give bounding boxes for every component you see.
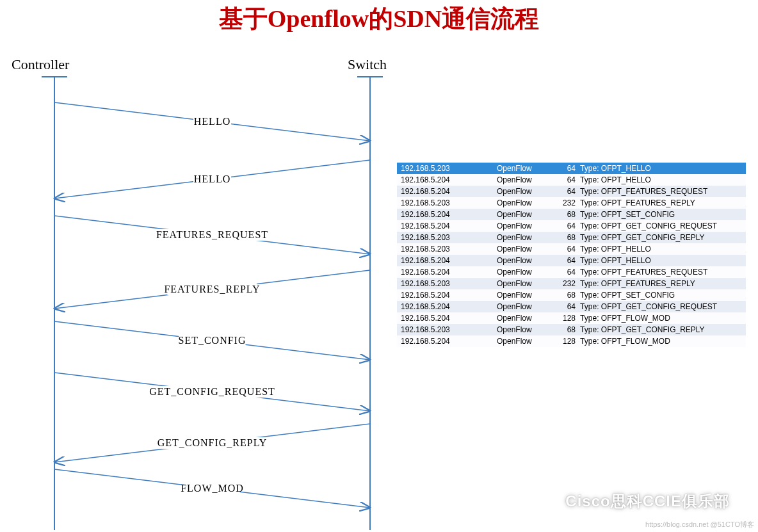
packet-len: 68: [551, 232, 576, 243]
message-label: HELLO: [194, 173, 230, 184]
packet-len: 64: [551, 255, 576, 266]
packet-info: Type: OFPT_GET_CONFIG_REPLY: [576, 232, 746, 243]
message-label: FEATURES_REQUEST: [156, 229, 268, 240]
wechat-icon: [549, 492, 566, 508]
packet-info: Type: OFPT_FEATURES_REPLY: [576, 197, 746, 209]
packet-ip: 192.168.5.203: [397, 324, 497, 335]
packet-info: Type: OFPT_GET_CONFIG_REQUEST: [576, 220, 746, 232]
packet-ip: 192.168.5.204: [397, 312, 497, 324]
packet-info: Type: OFPT_GET_CONFIG_REQUEST: [576, 301, 746, 312]
packet-len: 128: [551, 312, 576, 324]
packet-row[interactable]: 192.168.5.204OpenFlow128 Type: OFPT_FLOW…: [397, 335, 746, 347]
packet-proto: OpenFlow: [497, 301, 551, 312]
packet-len: 232: [551, 197, 576, 209]
packet-row[interactable]: 192.168.5.203OpenFlow68 Type: OFPT_GET_C…: [397, 232, 746, 243]
packet-len: 68: [551, 209, 576, 220]
packet-row[interactable]: 192.168.5.204OpenFlow68 Type: OFPT_SET_C…: [397, 289, 746, 301]
packet-info: Type: OFPT_FEATURES_REQUEST: [576, 266, 746, 278]
packet-row[interactable]: 192.168.5.204OpenFlow64 Type: OFPT_HELLO: [397, 255, 746, 266]
packet-ip: 192.168.5.204: [397, 174, 497, 186]
logo-text: Cisco思科CCIE俱乐部: [565, 491, 730, 512]
packet-row[interactable]: 192.168.5.204OpenFlow68 Type: OFPT_SET_C…: [397, 209, 746, 220]
packet-row[interactable]: 192.168.5.204OpenFlow64 Type: OFPT_HELLO: [397, 174, 746, 186]
packet-row[interactable]: 192.168.5.203OpenFlow64 Type: OFPT_HELLO: [397, 243, 746, 255]
packet-len: 64: [551, 301, 576, 312]
packet-info: Type: OFPT_HELLO: [576, 255, 746, 266]
packet-proto: OpenFlow: [497, 232, 551, 243]
packet-ip: 192.168.5.204: [397, 289, 497, 301]
packet-len: 64: [551, 243, 576, 255]
packet-proto: OpenFlow: [497, 266, 551, 278]
packet-info: Type: OFPT_SET_CONFIG: [576, 289, 746, 301]
packet-len: 68: [551, 289, 576, 301]
packet-row[interactable]: 192.168.5.204OpenFlow128 Type: OFPT_FLOW…: [397, 312, 746, 324]
packet-ip: 192.168.5.203: [397, 163, 497, 174]
packet-ip: 192.168.5.203: [397, 232, 497, 243]
packet-len: 64: [551, 266, 576, 278]
packet-len: 64: [551, 174, 576, 186]
packet-proto: OpenFlow: [497, 163, 551, 174]
packet-ip: 192.168.5.204: [397, 255, 497, 266]
packet-info: Type: OFPT_HELLO: [576, 174, 746, 186]
packet-proto: OpenFlow: [497, 174, 551, 186]
packet-proto: OpenFlow: [497, 324, 551, 335]
packet-proto: OpenFlow: [497, 209, 551, 220]
packet-ip: 192.168.5.204: [397, 266, 497, 278]
packet-ip: 192.168.5.203: [397, 278, 497, 289]
packet-ip: 192.168.5.203: [397, 197, 497, 209]
packet-info: Type: OFPT_FEATURES_REPLY: [576, 278, 746, 289]
packet-ip: 192.168.5.203: [397, 243, 497, 255]
packet-info: Type: OFPT_FLOW_MOD: [576, 335, 746, 347]
packet-proto: OpenFlow: [497, 255, 551, 266]
packet-row[interactable]: 192.168.5.204OpenFlow64 Type: OFPT_GET_C…: [397, 301, 746, 312]
packet-proto: OpenFlow: [497, 312, 551, 324]
packet-row[interactable]: 192.168.5.204OpenFlow64 Type: OFPT_FEATU…: [397, 186, 746, 197]
message-label: FEATURES_REPLY: [164, 284, 260, 294]
watermark-text: https://blog.csdn.net @51CTO博客: [645, 520, 754, 529]
packet-ip: 192.168.5.204: [397, 186, 497, 197]
packet-ip: 192.168.5.204: [397, 335, 497, 347]
packet-ip: 192.168.5.204: [397, 209, 497, 220]
packet-len: 68: [551, 324, 576, 335]
message-label: FLOW_MOD: [181, 483, 244, 494]
message-label: HELLO: [194, 116, 230, 127]
packet-row[interactable]: 192.168.5.204OpenFlow64 Type: OFPT_FEATU…: [397, 266, 746, 278]
packet-row[interactable]: 192.168.5.203OpenFlow68 Type: OFPT_GET_C…: [397, 324, 746, 335]
packet-len: 128: [551, 335, 576, 347]
packet-row[interactable]: 192.168.5.204OpenFlow64 Type: OFPT_GET_C…: [397, 220, 746, 232]
packet-info: Type: OFPT_HELLO: [576, 243, 746, 255]
packet-info: Type: OFPT_SET_CONFIG: [576, 209, 746, 220]
packet-proto: OpenFlow: [497, 197, 551, 209]
packet-row[interactable]: 192.168.5.203OpenFlow232 Type: OFPT_FEAT…: [397, 278, 746, 289]
packet-len: 64: [551, 163, 576, 174]
packet-row[interactable]: 192.168.5.203OpenFlow64 Type: OFPT_HELLO: [397, 163, 746, 174]
packet-proto: OpenFlow: [497, 243, 551, 255]
packet-len: 64: [551, 186, 576, 197]
packet-len: 232: [551, 278, 576, 289]
packet-info: Type: OFPT_GET_CONFIG_REPLY: [576, 324, 746, 335]
packet-info: Type: OFPT_HELLO: [576, 163, 746, 174]
packet-proto: OpenFlow: [497, 289, 551, 301]
packet-proto: OpenFlow: [497, 220, 551, 232]
packet-proto: OpenFlow: [497, 186, 551, 197]
packet-len: 64: [551, 220, 576, 232]
svg-point-13: [556, 499, 565, 506]
packet-ip: 192.168.5.204: [397, 220, 497, 232]
message-label: GET_CONFIG_REPLY: [157, 437, 268, 448]
message-label: SET_CONFIG: [178, 335, 246, 346]
packet-table: 192.168.5.203OpenFlow64 Type: OFPT_HELLO…: [397, 163, 746, 347]
packet-proto: OpenFlow: [497, 335, 551, 347]
packet-proto: OpenFlow: [497, 278, 551, 289]
message-label: GET_CONFIG_REQUEST: [149, 386, 275, 397]
packet-info: Type: OFPT_FLOW_MOD: [576, 312, 746, 324]
packet-ip: 192.168.5.204: [397, 301, 497, 312]
packet-row[interactable]: 192.168.5.203OpenFlow232 Type: OFPT_FEAT…: [397, 197, 746, 209]
packet-info: Type: OFPT_FEATURES_REQUEST: [576, 186, 746, 197]
